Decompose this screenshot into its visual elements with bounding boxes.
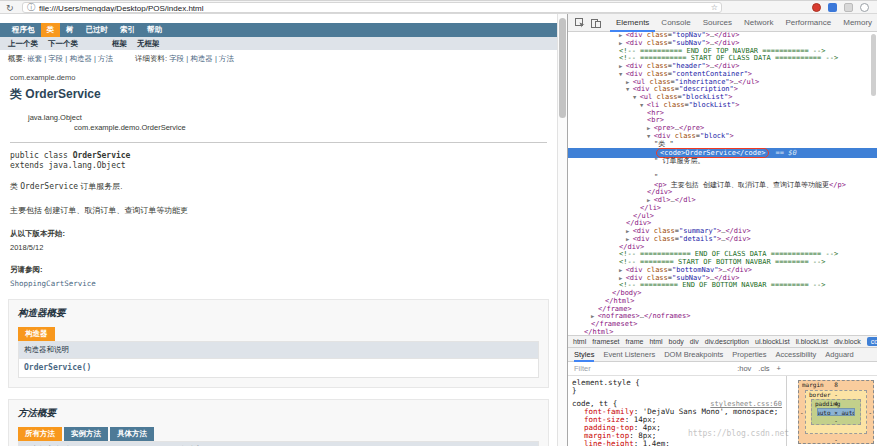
box-model-border[interactable]: border - padding 4 - auto × auto	[805, 390, 867, 434]
styles-sidebar-tabs: StylesEvent ListenersDOM BreakpointsProp…	[568, 348, 877, 362]
devtools-tab-memory[interactable]: Memory	[837, 14, 877, 32]
tab-类[interactable]: 类	[41, 23, 61, 37]
method-table: 限定符和类型 方法和说明 boolean createOrder(com.exa…	[18, 441, 539, 446]
sidebar-tab-accessibility[interactable]: Accessibility	[776, 350, 817, 359]
nav-link[interactable]: 下一个类	[48, 39, 78, 49]
tree-scrollbar[interactable]	[871, 34, 876, 333]
tab-所有方法[interactable]: 所有方法	[18, 427, 62, 441]
box-model[interactable]: margin 8 - - - border - padding 4 - aut	[798, 380, 874, 444]
breadcrumb-div.block[interactable]: div.block	[834, 338, 861, 345]
devtools-tab-sources[interactable]: Sources	[697, 14, 738, 32]
dom-tree-node[interactable]: <hr>	[568, 110, 877, 118]
breadcrumb-li.blockList[interactable]: li.blockList	[796, 338, 828, 345]
sidebar-tab-dom-breakpoints[interactable]: DOM Breakpoints	[664, 350, 723, 359]
extension-icon-gray[interactable]	[844, 3, 853, 12]
section-links[interactable]: 字段 | 构造器 | 方法	[169, 54, 234, 63]
dom-tree-node[interactable]: </div>	[568, 189, 877, 197]
class-description-para: 主要包括 创建订单、取消订单、查询订单等功能更	[10, 205, 557, 216]
dom-tree-node[interactable]: " 订单服务层。	[568, 158, 877, 166]
class-description: 类 OrderService 订单服务层.	[10, 181, 557, 192]
box-model-content[interactable]: auto × auto	[817, 408, 855, 416]
breadcrumb-ul.blockList[interactable]: ul.blockList	[755, 338, 790, 345]
breadcrumb-frame[interactable]: frame	[625, 338, 643, 345]
padding-bottom-value[interactable]: -	[812, 417, 860, 424]
dom-tree-node[interactable]: </li>	[568, 205, 877, 213]
tree-scrollbar-thumb[interactable]	[871, 34, 876, 96]
device-toolbar-icon[interactable]	[591, 17, 601, 29]
stylesheet-link[interactable]: stylesheet.css:60	[710, 400, 782, 408]
extension-icon-blue[interactable]	[828, 3, 837, 12]
filter-control[interactable]: :hov	[737, 364, 751, 373]
nav-link[interactable]: 上一个类	[8, 39, 38, 49]
see-also-label: 另请参阅:	[10, 265, 557, 275]
dom-tree-node[interactable]: <code>OrderService</code> == $0	[568, 148, 877, 158]
breadcrumb-frameset[interactable]: frameset	[592, 338, 619, 345]
sidebar-tab-adguard[interactable]: Adguard	[825, 350, 853, 359]
since-value: 2018/5/12	[10, 243, 557, 252]
bookmark-star-icon[interactable]: ☆	[711, 3, 718, 12]
breadcrumb-html[interactable]: html	[649, 338, 662, 345]
address-bar[interactable]: ⓘ file:///Users/mengday/Desktop/POS/inde…	[22, 2, 722, 13]
margin-top-value[interactable]: 8	[799, 381, 873, 388]
margin-right-value[interactable]: -	[868, 409, 872, 416]
tab-已过时[interactable]: 已过时	[80, 23, 115, 37]
tab-构造器[interactable]: 构造器	[18, 327, 55, 341]
devtools-tab-network[interactable]: Network	[738, 14, 779, 32]
dom-tree-node[interactable]: ▶ <dl>…</dl>	[568, 197, 877, 205]
tab-实例方法[interactable]: 实例方法	[64, 427, 108, 441]
reload-icon[interactable]: ↻	[6, 2, 14, 14]
constructor-table-header: 构造器和说明	[19, 342, 538, 358]
page-scrollbar-thumb[interactable]	[559, 18, 566, 118]
extension-icon-red[interactable]	[812, 3, 821, 12]
tab-索引[interactable]: 索引	[114, 23, 141, 37]
filter-control[interactable]: +	[777, 364, 781, 373]
dom-tree-node[interactable]: </frameset>	[568, 321, 877, 329]
sidebar-tab-properties[interactable]: Properties	[732, 350, 766, 359]
filter-control[interactable]: .cls	[758, 364, 769, 373]
sidebar-tab-styles[interactable]: Styles	[574, 348, 594, 362]
border-top-value[interactable]: -	[806, 391, 866, 398]
devtools-panel: ElementsConsoleSourcesNetworkPerformance…	[567, 14, 877, 446]
breadcrumb-div.description[interactable]: div.description	[705, 338, 749, 345]
constructor-link[interactable]: OrderService()	[24, 363, 91, 372]
devtools-tab-performance[interactable]: Performance	[779, 14, 837, 32]
nav-link[interactable]: 无框架	[137, 39, 160, 49]
dom-tree-node[interactable]	[568, 166, 877, 174]
page-scrollbar[interactable]	[557, 14, 567, 446]
dom-tree-node[interactable]: ▼ <div class="block">	[568, 133, 877, 141]
dom-tree-node[interactable]: "类 "	[568, 141, 877, 149]
breadcrumb-html[interactable]: html	[573, 338, 586, 345]
margin-bottom-value[interactable]: -	[799, 436, 873, 443]
section-links[interactable]: 嵌套 | 字段 | 构造器 | 方法	[27, 54, 113, 63]
extension-icons	[812, 3, 869, 12]
tab-帮助[interactable]: 帮助	[141, 23, 168, 37]
box-model-padding[interactable]: padding 4 - auto × auto	[811, 399, 861, 425]
devtools-tab-elements[interactable]: Elements	[610, 14, 655, 32]
dom-tree-node[interactable]: ▶ <div class="details">…</div>	[568, 236, 877, 244]
page-title: 类 OrderService	[10, 86, 557, 103]
dom-tree-node[interactable]: </ul>	[568, 213, 877, 221]
info-icon[interactable]: ⓘ	[27, 3, 35, 12]
nav-link[interactable]: 框架	[112, 39, 127, 49]
filter-controls: :hov.cls+	[730, 364, 781, 373]
breadcrumb-body[interactable]: body	[669, 338, 684, 345]
tab-树[interactable]: 树	[60, 23, 80, 37]
filter-input[interactable]: Filter	[574, 364, 730, 373]
tab-具体方法[interactable]: 具体方法	[110, 427, 154, 441]
dom-tree-node[interactable]: <br>	[568, 117, 877, 125]
see-also-link[interactable]: ShoppingCartService	[10, 279, 557, 288]
extension-icon-circle[interactable]	[860, 3, 869, 12]
css-property[interactable]: line-height: 1.4em;	[572, 440, 782, 446]
sidebar-tab-event-listeners[interactable]: Event Listeners	[603, 350, 655, 359]
inspect-element-icon[interactable]	[575, 17, 585, 29]
method-table-col1: 限定符和类型	[19, 442, 175, 446]
breadcrumb-code[interactable]: code	[867, 337, 877, 346]
devtools-tab-console[interactable]: Console	[655, 14, 696, 32]
margin-left-value[interactable]: -	[800, 409, 804, 416]
method-summary-heading: 方法概要	[18, 407, 539, 420]
dom-tree-node[interactable]: ▼ <li class="blockList">	[568, 102, 877, 110]
breadcrumb-div[interactable]: div	[690, 338, 699, 345]
padding-top-value[interactable]: 4	[812, 400, 860, 407]
dom-tree-node[interactable]: <p> 主要包括 创建订单、取消订单、查询订单等功能更</p>	[568, 182, 877, 190]
tab-程序包[interactable]: 程序包	[6, 23, 41, 37]
